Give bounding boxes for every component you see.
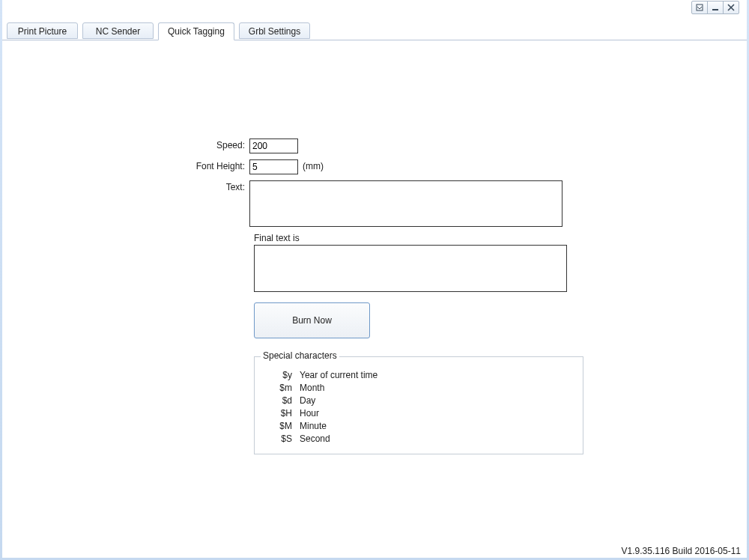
special-code: $H — [271, 408, 292, 419]
tab-grbl-settings[interactable]: Grbl Settings — [239, 22, 310, 39]
special-row: $M Minute — [271, 421, 566, 431]
special-code: $d — [271, 395, 292, 406]
special-row: $H Hour — [271, 408, 566, 419]
special-desc: Year of current time — [300, 370, 377, 380]
svg-rect-0 — [697, 4, 703, 10]
minimize-button[interactable] — [707, 1, 724, 14]
special-characters-group: Special characters $y Year of current ti… — [254, 356, 583, 454]
text-input[interactable] — [249, 180, 562, 227]
special-desc: Second — [300, 433, 330, 444]
special-code: $m — [271, 383, 292, 393]
form: Speed: Font Height: (mm) Text: Final tex… — [2, 139, 583, 454]
special-row: $y Year of current time — [271, 370, 566, 380]
final-text-label: Final text is — [254, 233, 583, 243]
burn-now-button[interactable]: Burn Now — [254, 302, 370, 338]
special-code: $S — [271, 433, 292, 444]
font-height-unit: (mm) — [303, 159, 324, 171]
titlebar — [2, 0, 747, 15]
special-code: $y — [271, 370, 292, 380]
special-desc: Minute — [300, 421, 327, 431]
font-height-label: Font Height: — [2, 159, 249, 171]
final-text-display — [254, 245, 567, 292]
font-height-input[interactable] — [249, 159, 298, 174]
version-label: V1.9.35.116 Build 2016-05-11 — [622, 546, 741, 556]
tab-nc-sender[interactable]: NC Sender — [82, 22, 154, 39]
svg-rect-1 — [712, 9, 718, 10]
special-row: $d Day — [271, 395, 566, 406]
special-desc: Hour — [300, 408, 319, 419]
tab-quick-tagging[interactable]: Quick Tagging — [158, 22, 234, 40]
special-characters-legend: Special characters — [261, 350, 339, 361]
speed-label: Speed: — [2, 139, 249, 150]
special-row: $S Second — [271, 433, 566, 444]
tab-content: Speed: Font Height: (mm) Text: Final tex… — [2, 41, 747, 558]
special-desc: Month — [300, 383, 324, 393]
special-code: $M — [271, 421, 292, 431]
special-desc: Day — [300, 395, 315, 406]
dropdown-button[interactable] — [691, 1, 708, 14]
close-button[interactable] — [723, 1, 739, 14]
speed-input[interactable] — [249, 139, 298, 153]
tab-bar: Print Picture NC Sender Quick Tagging Gr… — [2, 22, 747, 40]
window: Print Picture NC Sender Quick Tagging Gr… — [2, 0, 747, 558]
text-label: Text: — [2, 180, 249, 192]
tab-print-picture[interactable]: Print Picture — [7, 22, 78, 39]
special-row: $m Month — [271, 383, 566, 393]
